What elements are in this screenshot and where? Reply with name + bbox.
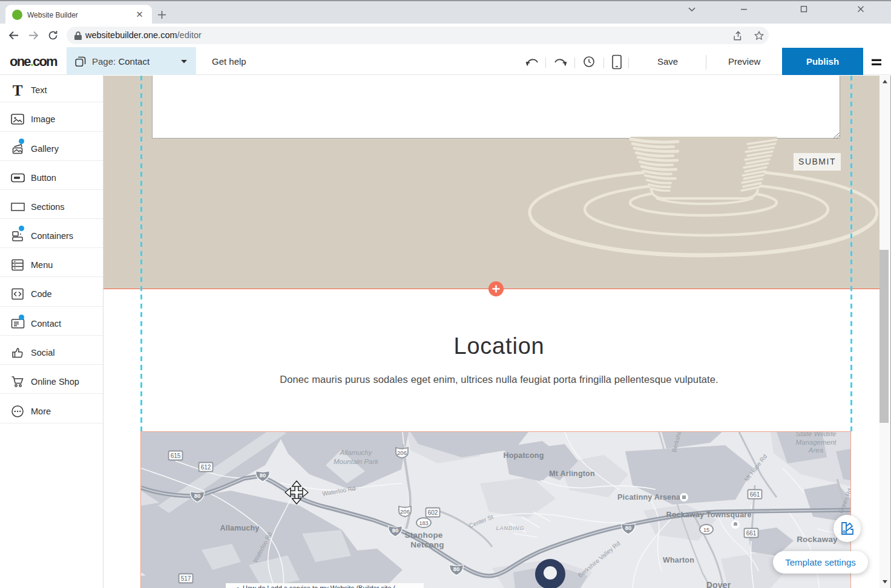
svg-text:80: 80 — [260, 472, 266, 479]
svg-text:Picatinny Arsenal: Picatinny Arsenal — [617, 493, 683, 501]
svg-text:80: 80 — [453, 566, 460, 572]
svg-text:80: 80 — [625, 524, 632, 531]
svg-text:15: 15 — [703, 527, 709, 533]
svg-text:612: 612 — [201, 464, 211, 471]
svg-text:517: 517 — [181, 575, 191, 582]
svg-text:Allamuchy: Allamuchy — [339, 449, 372, 456]
svg-text:615: 615 — [171, 452, 181, 459]
svg-text:Dover: Dover — [706, 580, 731, 588]
svg-text:Area: Area — [808, 446, 823, 454]
svg-text:206: 206 — [400, 508, 410, 515]
svg-text:Mt Arlington: Mt Arlington — [549, 469, 595, 478]
svg-text:Management: Management — [795, 439, 837, 446]
svg-text:State Wildlife: State Wildlife — [795, 432, 836, 437]
svg-text:T: T — [13, 83, 23, 97]
svg-text:80: 80 — [392, 527, 399, 534]
svg-text:Mountain Park: Mountain Park — [334, 458, 379, 465]
svg-text:661: 661 — [750, 491, 760, 498]
svg-text:661: 661 — [746, 530, 757, 537]
svg-text:206: 206 — [397, 449, 407, 456]
svg-text:Allamuchy: Allamuchy — [220, 524, 259, 532]
svg-text:Hopatcong: Hopatcong — [503, 451, 544, 460]
svg-text:Rockaway Townsquare: Rockaway Townsquare — [666, 511, 751, 519]
svg-text:LANDING: LANDING — [496, 525, 524, 531]
svg-text:Rockaway: Rockaway — [797, 535, 838, 544]
svg-text:Wharton: Wharton — [663, 556, 694, 564]
svg-text:Stanhope: Stanhope — [404, 531, 442, 540]
svg-text:183: 183 — [419, 520, 428, 526]
svg-text:Netcong: Netcong — [410, 540, 444, 549]
svg-text:602: 602 — [428, 509, 438, 516]
svg-text:80: 80 — [194, 492, 201, 499]
